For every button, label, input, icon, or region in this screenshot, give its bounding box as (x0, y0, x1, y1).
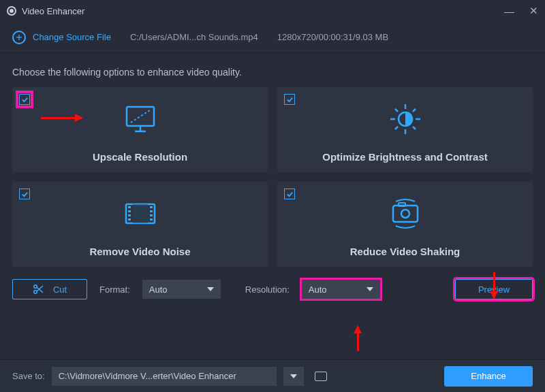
svg-rect-15 (128, 206, 131, 208)
chevron-down-icon (367, 287, 373, 291)
svg-line-12 (395, 127, 398, 129)
source-file-path: C:/Users/ADMI...ch Sounds.mp4 (130, 32, 258, 42)
source-file-meta: 1280x720/00:00:31/9.03 MB (277, 32, 388, 42)
card-label: Upscale Resolution (93, 151, 187, 163)
camera-shake-icon (386, 182, 424, 246)
change-source-label: Change Source File (33, 32, 111, 42)
svg-rect-20 (150, 210, 153, 212)
film-icon (123, 182, 157, 246)
card-reduce-shaking[interactable]: Reduce Video Shaking (277, 182, 533, 267)
change-source-button[interactable]: + Change Source File (12, 31, 111, 44)
format-select[interactable]: Auto (142, 280, 221, 299)
browse-folder-button[interactable] (311, 367, 331, 386)
card-optimize-brightness[interactable]: Optimize Brightness and Contrast (277, 87, 533, 172)
titlebar: Video Enhancer — ✕ (0, 0, 545, 22)
preview-label: Preview (478, 284, 510, 295)
card-upscale-resolution[interactable]: Upscale Resolution (12, 87, 268, 172)
brightness-icon (388, 87, 423, 151)
svg-line-10 (413, 127, 416, 129)
scissors-icon (33, 284, 44, 295)
checkbox-upscale[interactable] (19, 94, 30, 105)
svg-rect-23 (393, 206, 418, 222)
card-label: Remove Video Noise (89, 246, 190, 257)
cut-button[interactable]: Cut (12, 279, 87, 299)
save-path-dropdown[interactable] (283, 367, 304, 386)
svg-rect-16 (128, 210, 131, 212)
svg-rect-22 (150, 218, 153, 220)
svg-rect-21 (150, 214, 153, 216)
chevron-down-icon (207, 287, 214, 291)
preview-button[interactable]: Preview (455, 279, 533, 299)
resolution-value: Auto (309, 284, 327, 295)
enhance-options-grid: Upscale Resolution Optimize Brightness a… (0, 87, 545, 267)
resolution-label: Resolution: (245, 284, 290, 295)
app-title: Video Enhancer (22, 6, 84, 16)
controls-row: Cut Format: Auto Resolution: Auto Previe… (0, 267, 545, 312)
resolution-select[interactable]: Auto (302, 280, 380, 299)
format-label: Format: (99, 284, 130, 295)
plus-circle-icon: + (12, 31, 26, 44)
format-value: Auto (149, 284, 168, 295)
svg-line-9 (395, 109, 398, 112)
monitor-icon (124, 87, 157, 151)
checkbox-brightness[interactable] (284, 94, 295, 105)
svg-line-11 (413, 109, 416, 112)
save-path-value: C:\Vidmore\Vidmore V...erter\Video Enhan… (59, 371, 236, 381)
checkbox-noise[interactable] (19, 189, 30, 199)
save-to-label: Save to: (12, 371, 45, 381)
close-button[interactable]: ✕ (529, 5, 538, 17)
svg-rect-0 (127, 107, 154, 126)
svg-line-1 (131, 110, 150, 122)
checkbox-shaking[interactable] (284, 189, 295, 199)
svg-rect-19 (150, 206, 153, 208)
footer: Save to: C:\Vidmore\Vidmore V...erter\Vi… (0, 359, 545, 392)
svg-rect-17 (128, 214, 131, 216)
toolbar: + Change Source File C:/Users/ADMI...ch … (0, 22, 545, 53)
enhance-label: Enhance (471, 371, 505, 381)
svg-rect-18 (128, 218, 131, 220)
annotation-arrow (357, 327, 359, 351)
chevron-down-icon (290, 374, 297, 378)
app-icon (7, 6, 16, 16)
cut-label: Cut (53, 284, 67, 295)
card-remove-noise[interactable]: Remove Video Noise (12, 182, 268, 267)
svg-point-25 (401, 210, 409, 218)
card-label: Reduce Video Shaking (350, 246, 460, 257)
save-path-field[interactable]: C:\Vidmore\Vidmore V...erter\Video Enhan… (52, 367, 277, 386)
minimize-button[interactable]: — (504, 5, 514, 17)
svg-rect-24 (399, 203, 405, 206)
svg-rect-14 (133, 204, 148, 223)
instruction-text: Choose the following options to enhance … (0, 53, 545, 87)
card-label: Optimize Brightness and Contrast (322, 151, 488, 163)
enhance-button[interactable]: Enhance (444, 366, 533, 387)
folder-icon (315, 372, 327, 381)
